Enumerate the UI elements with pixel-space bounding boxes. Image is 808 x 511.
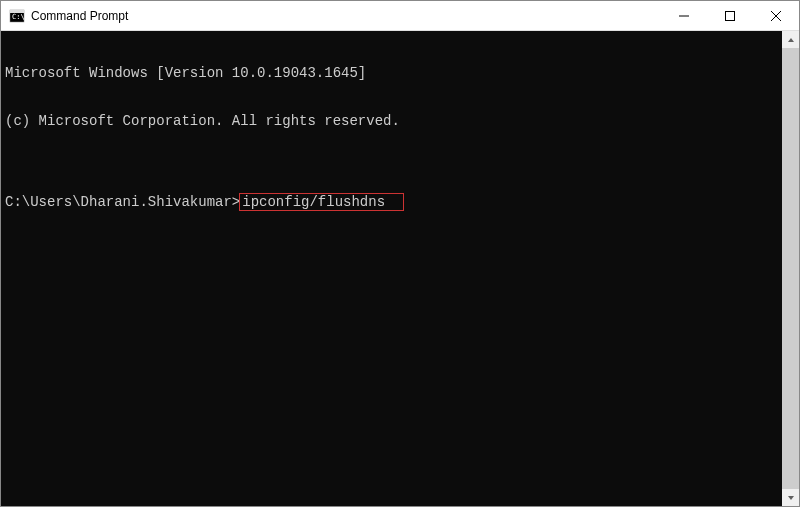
close-button[interactable] <box>753 1 799 30</box>
minimize-button[interactable] <box>661 1 707 30</box>
scroll-up-button[interactable] <box>782 31 799 48</box>
terminal-line-copyright: (c) Microsoft Corporation. All rights re… <box>5 113 778 129</box>
scroll-thumb[interactable] <box>782 48 799 489</box>
svg-text:C:\: C:\ <box>12 13 25 21</box>
terminal-prompt-line: C:\Users\Dharani.Shivakumar>ipconfig/flu… <box>5 193 778 211</box>
svg-rect-4 <box>726 11 735 20</box>
terminal-line-version: Microsoft Windows [Version 10.0.19043.16… <box>5 65 778 81</box>
vertical-scrollbar[interactable] <box>782 31 799 506</box>
command-prompt-icon: C:\ <box>9 8 25 24</box>
svg-marker-7 <box>788 38 794 42</box>
terminal-area[interactable]: Microsoft Windows [Version 10.0.19043.16… <box>1 31 799 506</box>
window-controls <box>661 1 799 30</box>
terminal-command-highlighted: ipconfig/flushdns <box>239 193 404 211</box>
titlebar[interactable]: C:\ Command Prompt <box>1 1 799 31</box>
terminal-prompt: C:\Users\Dharani.Shivakumar> <box>5 194 240 210</box>
scroll-down-button[interactable] <box>782 489 799 506</box>
scroll-track[interactable] <box>782 48 799 489</box>
window-title: Command Prompt <box>31 9 661 23</box>
terminal-content: Microsoft Windows [Version 10.0.19043.16… <box>1 31 782 506</box>
command-prompt-window: C:\ Command Prompt Microsoft Windows [Ve… <box>0 0 800 507</box>
svg-marker-8 <box>788 496 794 500</box>
maximize-button[interactable] <box>707 1 753 30</box>
